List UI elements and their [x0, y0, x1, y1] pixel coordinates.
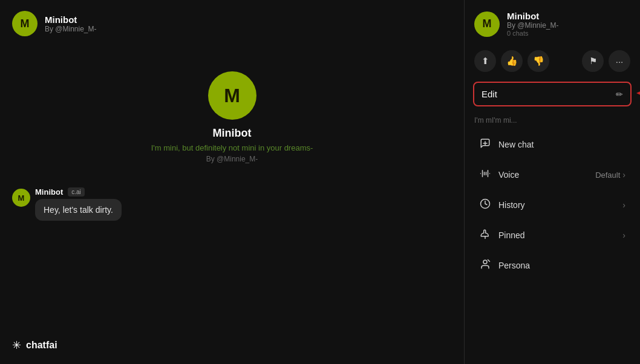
- history-chevron: ›: [622, 200, 625, 210]
- thumbs-down-icon: 👎: [533, 56, 544, 67]
- message-content: Minibot c.ai Hey, let's talk dirty.: [35, 187, 122, 221]
- bot-info: Minibot By @Minnie_M-: [45, 15, 97, 33]
- dislike-button[interactable]: 👎: [527, 50, 549, 72]
- chatfai-icon: ✳: [12, 339, 21, 352]
- voice-default: Default ›: [595, 170, 625, 180]
- message-meta: Minibot c.ai: [35, 187, 122, 197]
- brand-text: chatfai: [26, 340, 57, 351]
- right-bot-name: Minibot: [507, 11, 630, 21]
- message-bubble: Hey, let's talk dirty.: [35, 199, 122, 221]
- bot-author-center: By @Minnie_M-: [206, 155, 258, 163]
- menu-item-voice[interactable]: Voice Default ›: [469, 160, 635, 190]
- new-chat-label: New chat: [498, 140, 625, 149]
- menu-item-persona[interactable]: Persona: [469, 250, 635, 281]
- pinned-chevron: ›: [622, 230, 625, 240]
- bot-center-name: Minibot: [213, 127, 252, 140]
- thumbs-up-icon: 👍: [506, 56, 518, 67]
- brand-logo: ✳ chatfai: [12, 339, 57, 352]
- edit-box[interactable]: Edit ✏: [473, 82, 632, 106]
- more-icon: ···: [616, 56, 624, 67]
- avatar: M: [12, 189, 30, 207]
- menu-item-history[interactable]: History ›: [469, 190, 635, 220]
- top-header: M Minibot By @Minnie_M-: [0, 0, 464, 47]
- flag-button[interactable]: ⚑: [582, 50, 604, 72]
- like-button[interactable]: 👍: [501, 50, 523, 72]
- right-header: M Minibot By @Minnie_M- 0 chats: [465, 0, 640, 48]
- history-label: History: [498, 200, 615, 210]
- red-arrow-icon: [633, 86, 640, 100]
- chat-messages: M Minibot c.ai Hey, let's talk dirty.: [0, 187, 464, 221]
- avatar: M: [12, 11, 38, 36]
- bot-author: By @Minnie_M-: [45, 25, 97, 33]
- bot-tagline: I'm mini, but definitely not mini in you…: [151, 143, 313, 152]
- right-bot-info: Minibot By @Minnie_M- 0 chats: [507, 11, 630, 37]
- left-panel: M Minibot By @Minnie_M- M Minibot I'm mi…: [0, 0, 464, 364]
- right-bot-author: By @Minnie_M-: [507, 21, 630, 30]
- edit-pencil-icon: ✏: [616, 89, 623, 99]
- table-row: M Minibot c.ai Hey, let's talk dirty.: [12, 187, 452, 221]
- action-icons-row: ⬆ 👍 👎 ⚑ ···: [465, 48, 640, 79]
- persona-icon: [479, 259, 491, 272]
- menu-item-new-chat[interactable]: New chat: [469, 129, 635, 160]
- right-bot-chats: 0 chats: [507, 30, 630, 37]
- message-badge: c.ai: [68, 187, 85, 197]
- right-avatar: M: [474, 11, 500, 37]
- chevron-right-icon: ›: [622, 200, 625, 210]
- chevron-right-icon: ›: [622, 230, 625, 240]
- persona-label: Persona: [498, 261, 625, 270]
- svg-point-11: [483, 260, 487, 264]
- bot-center-avatar: M: [208, 71, 256, 120]
- right-panel: M Minibot By @Minnie_M- 0 chats ⬆ 👍 👎 ⚑ …: [465, 0, 640, 364]
- share-icon: ⬆: [482, 56, 489, 67]
- chevron-right-icon: ›: [622, 170, 625, 180]
- history-icon: [479, 198, 491, 212]
- message-sender: Minibot: [35, 187, 63, 197]
- more-button[interactable]: ···: [609, 50, 630, 72]
- svg-marker-0: [636, 87, 640, 99]
- pin-icon: [479, 229, 491, 242]
- voice-label: Voice: [498, 170, 588, 180]
- chat-area: M Minibot I'm mini, but definitely not m…: [0, 47, 464, 327]
- edit-label: Edit: [482, 89, 616, 99]
- share-button[interactable]: ⬆: [474, 50, 496, 72]
- bot-name: Minibot: [45, 15, 97, 25]
- new-chat-icon: [479, 138, 491, 151]
- menu-list: New chat Voice Default ›: [465, 129, 640, 281]
- bottom-brand: ✳ chatfai: [0, 327, 464, 364]
- flag-icon: ⚑: [589, 56, 597, 67]
- svg-line-12: [488, 260, 490, 262]
- voice-icon: [479, 168, 491, 181]
- menu-item-pinned[interactable]: Pinned ›: [469, 220, 635, 250]
- truncated-text: I'm mI'm mi...: [465, 111, 640, 129]
- pinned-label: Pinned: [498, 230, 615, 240]
